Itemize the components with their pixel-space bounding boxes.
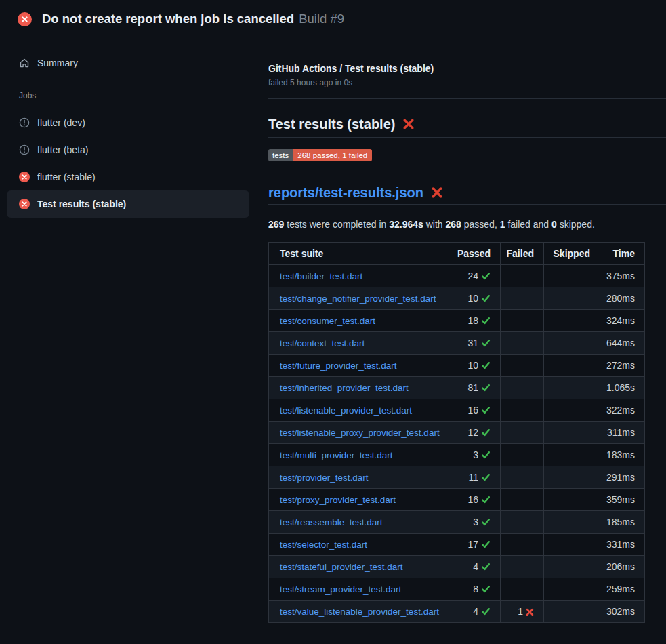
col-header-passed: Passed	[453, 243, 501, 265]
x-circle-icon	[19, 199, 30, 209]
report-file-link[interactable]: reports/test-results.json	[268, 184, 423, 201]
sidebar-job-item[interactable]: flutter (beta)	[7, 136, 249, 163]
job-label: flutter (stable)	[37, 172, 96, 182]
passed-cell: 16	[453, 489, 501, 511]
passed-cell: 18	[453, 310, 501, 332]
summary-segment: tests were completed in	[284, 219, 389, 230]
tests-summary-text: 269 tests were completed in 32.964s with…	[268, 218, 666, 230]
sidebar-job-item[interactable]: flutter (dev)	[7, 109, 249, 136]
suite-link[interactable]: test/builder_test.dart	[280, 271, 362, 281]
sidebar-item-summary[interactable]: Summary	[7, 49, 249, 77]
table-row: test/consumer_test.dart18324ms	[269, 310, 645, 332]
skipped-cell	[544, 399, 600, 422]
summary-segment: 0	[551, 219, 557, 230]
summary-segment: passed,	[461, 219, 500, 230]
time-cell: 302ms	[600, 601, 645, 623]
suite-link[interactable]: test/stateful_provider_test.dart	[280, 562, 403, 572]
table-row: test/inherited_provider_test.dart811.065…	[269, 377, 645, 399]
jobs-section-label: Jobs	[19, 91, 257, 100]
suite-cell: test/stateful_provider_test.dart	[269, 556, 453, 578]
x-circle-icon	[19, 172, 30, 182]
skipped-cell	[544, 444, 600, 466]
failed-cell	[501, 310, 544, 332]
suite-link[interactable]: test/multi_provider_test.dart	[280, 450, 393, 460]
suite-link[interactable]: test/value_listenable_provider_test.dart	[280, 607, 439, 617]
sidebar-job-item[interactable]: Test results (stable)	[7, 190, 249, 218]
sidebar-item-label: Summary	[37, 58, 78, 68]
passed-cell: 4	[453, 601, 501, 623]
passed-cell: 24	[453, 265, 501, 287]
suite-link[interactable]: test/selector_test.dart	[280, 540, 367, 550]
failed-cell	[501, 422, 544, 444]
summary-segment: 268	[446, 219, 461, 230]
passed-cell: 31	[453, 332, 501, 355]
skipped-cell	[544, 377, 600, 399]
failed-cell	[501, 444, 544, 466]
time-cell: 183ms	[600, 444, 645, 466]
suite-link[interactable]: test/listenable_proxy_provider_test.dart	[280, 428, 440, 438]
passed-cell: 10	[453, 287, 501, 310]
passed-cell: 3	[453, 511, 501, 534]
suite-link[interactable]: test/proxy_provider_test.dart	[280, 495, 396, 505]
skipped-cell	[544, 489, 600, 511]
check-icon	[481, 517, 491, 527]
suite-link[interactable]: test/inherited_provider_test.dart	[280, 383, 409, 393]
suite-link[interactable]: test/listenable_provider_test.dart	[280, 405, 412, 416]
skipped-cell	[544, 332, 600, 355]
col-header-skipped: Skipped	[544, 243, 600, 265]
passed-cell: 10	[453, 355, 501, 377]
suite-cell: test/value_listenable_provider_test.dart	[269, 601, 453, 623]
table-row: test/builder_test.dart24375ms	[269, 265, 645, 287]
col-header-time: Time	[600, 243, 645, 265]
suite-link[interactable]: test/future_provider_test.dart	[280, 361, 397, 371]
skipped-cell	[544, 511, 600, 534]
suite-link[interactable]: test/provider_test.dart	[280, 472, 369, 483]
check-icon	[481, 584, 491, 594]
suite-link[interactable]: test/change_notifier_provider_test.dart	[280, 294, 436, 304]
time-cell: 375ms	[600, 265, 645, 287]
check-icon	[481, 405, 491, 415]
summary-segment: 32.964s	[389, 219, 423, 230]
failed-cell	[501, 578, 544, 601]
table-row: test/stateful_provider_test.dart4206ms	[269, 556, 645, 578]
cross-mark-icon	[431, 186, 443, 199]
table-row: test/reassemble_test.dart3185ms	[269, 511, 645, 534]
alert-circle-icon	[19, 117, 30, 128]
check-icon	[481, 540, 491, 549]
time-cell: 280ms	[600, 287, 645, 310]
skipped-cell	[544, 466, 600, 489]
page-title: Do not create report when job is cancell…	[42, 12, 294, 26]
table-row: test/multi_provider_test.dart3183ms	[269, 444, 645, 466]
suite-cell: test/listenable_provider_test.dart	[269, 399, 453, 422]
main-content: GitHub Actions / Test results (stable) f…	[268, 0, 666, 623]
skipped-cell	[544, 601, 600, 623]
failed-cell	[501, 377, 544, 399]
check-icon	[481, 383, 491, 393]
table-row: test/provider_test.dart11291ms	[269, 466, 645, 489]
table-row: test/stream_provider_test.dart8259ms	[269, 578, 645, 601]
cross-icon	[526, 608, 534, 616]
suite-cell: test/context_test.dart	[269, 332, 453, 355]
time-cell: 322ms	[600, 399, 645, 422]
alert-circle-icon	[19, 144, 30, 155]
check-icon	[481, 338, 491, 348]
check-run-title: Test results (stable)	[268, 115, 395, 133]
suite-link[interactable]: test/reassemble_test.dart	[280, 517, 383, 527]
time-cell: 644ms	[600, 332, 645, 355]
suite-link[interactable]: test/stream_provider_test.dart	[280, 584, 401, 595]
time-cell: 272ms	[600, 355, 645, 377]
sidebar-job-item[interactable]: flutter (stable)	[7, 163, 249, 190]
suite-cell: test/multi_provider_test.dart	[269, 444, 453, 466]
time-cell: 324ms	[600, 310, 645, 332]
failed-cell	[501, 489, 544, 511]
skipped-cell	[544, 265, 600, 287]
suite-cell: test/provider_test.dart	[269, 466, 453, 489]
passed-cell: 8	[453, 578, 501, 601]
skipped-cell	[544, 287, 600, 310]
skipped-cell	[544, 355, 600, 377]
home-icon	[19, 58, 30, 68]
table-row: test/value_listenable_provider_test.dart…	[269, 601, 645, 623]
suite-link[interactable]: test/consumer_test.dart	[280, 316, 375, 326]
suite-link[interactable]: test/context_test.dart	[280, 338, 365, 348]
failed-cell	[501, 265, 544, 287]
